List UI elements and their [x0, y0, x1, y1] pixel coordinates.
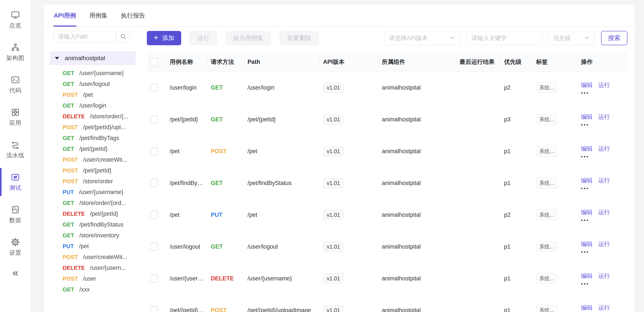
tree-item[interactable]: GET /user/login [50, 100, 136, 111]
priority-select[interactable]: 优先级 [549, 31, 594, 45]
tree-item[interactable]: POST /user [50, 273, 136, 284]
search-button[interactable]: 搜索 [601, 31, 627, 45]
sidebar-item-overview[interactable]: 总览 [0, 4, 31, 36]
edit-link[interactable]: 编辑 [581, 208, 592, 216]
tabs-bar: API用例 用例集 执行报告 [44, 5, 635, 27]
run-button[interactable]: 运行 [190, 31, 217, 45]
cell-path: /pet [244, 199, 320, 231]
cell-path: /pet [244, 135, 320, 167]
row-checkbox[interactable] [150, 147, 158, 155]
sidebar-item-apps[interactable]: 应用 [0, 101, 31, 133]
tree-item[interactable]: GET /store/order/{ord... [50, 198, 136, 208]
cell-path: /user/login [244, 72, 320, 104]
more-actions-button[interactable]: ••• [581, 92, 625, 94]
cell-component: animalhostpital [378, 199, 456, 231]
tree-item[interactable]: GET /pet/findByTags [50, 133, 136, 143]
sidebar-item-architecture[interactable]: 架构图 [0, 36, 31, 68]
run-link[interactable]: 运行 [598, 272, 610, 280]
tree-item[interactable]: POST /store/order [50, 176, 136, 187]
tree-item-method: PUT [63, 243, 74, 250]
sidebar-item-settings[interactable]: 设置 [0, 231, 31, 263]
row-checkbox[interactable] [150, 179, 158, 187]
tree-item[interactable]: GET /store/inventory [50, 230, 136, 241]
tab-2[interactable]: 执行报告 [120, 5, 146, 26]
add-button[interactable]: + 添加 [147, 31, 181, 45]
tree-item[interactable]: POST /pet/{petId} [50, 165, 136, 176]
row-checkbox[interactable] [150, 84, 158, 92]
caret-down-icon [55, 57, 59, 60]
tree-item[interactable]: POST /user/createWit... [50, 252, 136, 262]
tree-item[interactable]: DELETE /user/{usern... [50, 262, 136, 273]
tree-item[interactable]: GET /xxx [50, 284, 136, 295]
more-actions-button[interactable]: ••• [581, 219, 625, 221]
tree-item[interactable]: DELETE /pet/{petId} [50, 208, 136, 219]
sidebar-item-code[interactable]: 代码 [0, 68, 31, 101]
tree-item[interactable]: POST /user/createWit... [50, 154, 136, 165]
tree-item[interactable]: POST /pet [50, 89, 136, 100]
run-link[interactable]: 运行 [598, 113, 610, 121]
cell-last-result [456, 104, 500, 135]
architecture-icon [10, 43, 20, 52]
cell-method: DELETE [207, 263, 244, 294]
tag-badge: 系统... [536, 241, 557, 252]
edit-link[interactable]: 编辑 [581, 113, 592, 121]
more-actions-button[interactable]: ••• [581, 155, 625, 158]
api-version-badge: v1.01 [323, 83, 344, 93]
set-suite-button[interactable]: 设为用例集 [226, 31, 271, 45]
select-all-checkbox[interactable] [150, 58, 158, 66]
tree-item[interactable]: PUT /pet [50, 241, 136, 252]
edit-link[interactable]: 编辑 [581, 240, 592, 248]
tree-item-path: /user [83, 275, 96, 282]
tag-badge: 系统... [536, 210, 557, 220]
run-link[interactable]: 运行 [598, 145, 610, 152]
run-link[interactable]: 运行 [598, 240, 610, 248]
row-checkbox[interactable] [150, 115, 158, 123]
run-link[interactable]: 运行 [598, 304, 610, 311]
keyword-input[interactable] [467, 31, 542, 45]
tree-item-path: /store/inventory [79, 232, 119, 239]
run-link[interactable]: 运行 [598, 208, 610, 216]
sidebar: 总览 架构图 代码 应用 流水线 测试 数据 [0, 0, 31, 312]
tab-0[interactable]: API用例 [53, 5, 76, 26]
table-header-row: 用例名称 请求方法 Path API版本 所属组件 最后运行结果 优先级 标签 … [147, 52, 627, 72]
run-link[interactable]: 运行 [598, 81, 610, 89]
path-search-button[interactable] [116, 31, 130, 42]
sidebar-collapse-button[interactable]: « [0, 267, 31, 278]
more-actions-button[interactable]: ••• [581, 251, 625, 253]
batch-delete-button[interactable]: 批量删除 [280, 31, 319, 45]
edit-link[interactable]: 编辑 [581, 177, 592, 184]
sidebar-item-data[interactable]: 数据 [0, 198, 31, 231]
more-actions-button[interactable]: ••• [581, 124, 625, 126]
tree-item[interactable]: DELETE /store/order/{... [50, 111, 136, 122]
more-actions-button[interactable]: ••• [581, 283, 625, 285]
tree-item[interactable]: PUT /user/{username} [50, 187, 136, 198]
tree-item-path: /pet/{petId} [90, 211, 118, 217]
edit-link[interactable]: 编辑 [581, 304, 592, 311]
gear-icon [10, 237, 20, 247]
column-header: 标签 [532, 52, 578, 72]
test-swap-icon [10, 173, 20, 182]
tab-1[interactable]: 用例集 [89, 5, 108, 26]
edit-link[interactable]: 编辑 [581, 81, 592, 89]
tree-item[interactable]: POST /pet/{petId}/upl... [50, 122, 136, 133]
sidebar-item-pipeline[interactable]: 流水线 [0, 133, 31, 166]
tree-root-item[interactable]: animalhostpital [50, 51, 136, 65]
more-actions-button[interactable]: ••• [581, 187, 625, 190]
cell-method: POST [207, 294, 244, 312]
cell-path: /user/logout [244, 231, 320, 263]
sidebar-item-test[interactable]: 测试 [0, 166, 31, 198]
run-link[interactable]: 运行 [598, 177, 610, 184]
tree-item[interactable]: GET /pet/findByStatus [50, 219, 136, 230]
tree-item[interactable]: GET /pet/{petId} [50, 143, 136, 154]
row-checkbox[interactable] [150, 274, 158, 282]
api-version-badge: v1.01 [323, 114, 344, 125]
edit-link[interactable]: 编辑 [581, 145, 592, 152]
api-version-select[interactable]: 请选择API版本 [385, 31, 460, 45]
edit-link[interactable]: 编辑 [581, 272, 592, 280]
row-checkbox[interactable] [150, 211, 158, 219]
row-checkbox[interactable] [150, 306, 158, 312]
row-checkbox[interactable] [150, 243, 158, 251]
tree-item[interactable]: GET /user/{username} [50, 68, 136, 79]
tree-item[interactable]: GET /user/logout [50, 79, 136, 89]
path-search-input[interactable] [54, 31, 116, 42]
